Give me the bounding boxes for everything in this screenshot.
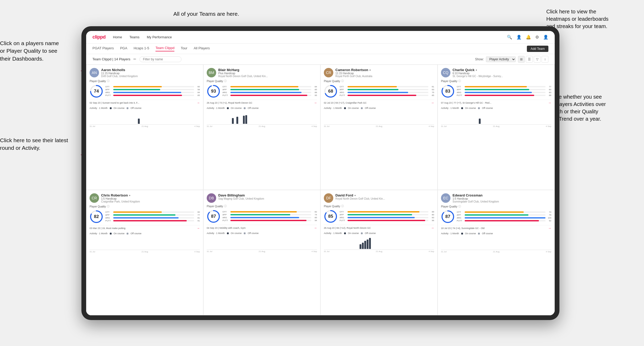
grid-view-button[interactable]: ⊞ <box>518 56 525 63</box>
latest-round[interactable]: 04 Sep 23 | Mobility with coach, Gym → <box>207 225 317 230</box>
quality-row[interactable]: 93 OTT 84 APP 85 ARG 88 PUTT <box>207 84 317 98</box>
latest-round[interactable]: 26 Aug 23 | 73 (+1), Royal North Devon G… <box>207 100 317 105</box>
latest-round[interactable]: 07 Aug 23 | 77 (+7), St George's Hill GC… <box>441 100 551 105</box>
player-card[interactable]: EC Edward Crossman 1:5 Handicap Sunningd… <box>438 190 555 315</box>
player-card[interactable]: DF David Ford● Royal North Devon Golf Cl… <box>320 190 438 315</box>
sort-button[interactable]: ↕ <box>542 56 548 63</box>
round-arrow[interactable]: → <box>314 226 317 230</box>
player-card[interactable]: CR Chris Robertson● 1:5 Handicap Craigmi… <box>86 190 203 315</box>
activity-section: Activity · 1 Month On course Off course … <box>207 232 317 253</box>
subnav-pga[interactable]: PGA <box>120 46 127 51</box>
stat-label: ARG <box>457 217 464 219</box>
settings-icon[interactable]: ⚙ <box>535 35 539 40</box>
quality-row[interactable]: 74 OTT 60 APP 58 ARG 84 PUTT <box>90 84 200 98</box>
round-arrow[interactable]: → <box>314 101 317 105</box>
round-arrow[interactable]: → <box>548 226 551 230</box>
search-input[interactable] <box>139 56 181 62</box>
score-circle[interactable]: 87 <box>207 210 220 223</box>
score-circle[interactable]: 74 <box>90 84 103 98</box>
off-course-label: Off course <box>248 107 258 109</box>
latest-round[interactable]: 18 Jul 23 | 74 (+4), Sunningdale GC - Ol… <box>441 225 551 230</box>
subnav-teamclippd[interactable]: Team Clippd <box>155 46 174 51</box>
stat-bar-bg <box>465 217 546 219</box>
info-icon: ⓘ <box>107 205 110 208</box>
list-view-button[interactable]: ☰ <box>526 56 533 63</box>
stat-row: OTT 82 <box>222 211 317 213</box>
quality-row[interactable]: 83 OTT 77 APP 80 ARG 83 PUTT <box>441 84 551 98</box>
chart-labels: 31 Jul21 Aug4 Sep <box>207 250 317 253</box>
player-card[interactable]: AN Aaron Nicholls 11:15 Handicap Drift G… <box>86 65 203 190</box>
chart-label: 31 Jul <box>90 251 95 253</box>
round-arrow[interactable]: → <box>431 101 434 105</box>
player-name[interactable]: David Ford● <box>335 193 434 197</box>
edit-icon[interactable]: ✏ <box>133 57 136 61</box>
round-arrow[interactable]: → <box>431 226 434 230</box>
activity-section: Activity · 1 Month On course Off course … <box>324 232 434 253</box>
score-circle[interactable]: 85 <box>324 210 337 223</box>
player-name[interactable]: Aaron Nicholls <box>101 68 200 72</box>
filter-button[interactable]: ▽ <box>534 56 541 63</box>
player-name[interactable]: Edward Crossman <box>453 193 551 197</box>
subnav-hcaps[interactable]: Hcaps 1-5 <box>134 46 149 51</box>
stat-value: 60 <box>195 211 200 213</box>
card-header: AN Aaron Nicholls 11:15 Handicap Drift G… <box>90 68 200 78</box>
add-team-button[interactable]: Add Team <box>527 46 548 52</box>
score-circle[interactable]: 68 <box>324 84 337 98</box>
round-arrow[interactable]: → <box>197 101 200 105</box>
score-circle[interactable]: 82 <box>90 210 103 223</box>
profile-icon[interactable]: 👤 <box>516 35 522 40</box>
stat-value: 94 <box>312 219 317 222</box>
quality-row[interactable]: 87 OTT 82 APP 74 ARG 85 PUTT <box>207 210 317 223</box>
search-icon[interactable]: 🔍 <box>507 35 512 40</box>
quality-row[interactable]: 82 OTT 60 APP 77 ARG 81 PUTT <box>90 210 200 223</box>
avatar-icon[interactable]: 👤 <box>543 35 548 40</box>
stat-bar-fill <box>347 214 412 215</box>
player-card[interactable]: CQ Charlie Quick● 6:10 Handicap St. Geor… <box>438 65 555 190</box>
activity-label: Activity · 1 Month On course Off course <box>207 232 317 235</box>
round-arrow[interactable]: → <box>548 101 551 105</box>
player-card[interactable]: BM Blair McHarg Plus Handicap Royal Nort… <box>203 65 320 190</box>
subnav-pgat[interactable]: PGAT Players <box>92 46 114 51</box>
player-name[interactable]: Blair McHarg <box>218 68 317 72</box>
player-card[interactable]: DB Dave Billingham Sag Maging Golf Club,… <box>203 190 320 315</box>
chart-label: 21 Aug <box>376 250 382 253</box>
player-avatar: BM <box>207 68 216 77</box>
stat-label: APP <box>457 214 464 216</box>
stat-label: APP <box>222 88 229 91</box>
player-name[interactable]: Dave Billingham <box>218 193 317 197</box>
nav-performance[interactable]: My Performance <box>147 35 172 39</box>
player-avatar: DB <box>207 193 216 203</box>
stat-bar-fill <box>230 89 299 90</box>
nav-teams[interactable]: Teams <box>129 35 139 39</box>
quality-row[interactable]: 68 OTT 61 APP 63 ARG 75 PUTT <box>324 84 434 98</box>
subnav-allplayers[interactable]: All Players <box>194 46 210 51</box>
card-header: CQ Charlie Quick● 6:10 Handicap St. Geor… <box>441 68 551 78</box>
nav-logo: clippd <box>92 34 106 40</box>
nav-home[interactable]: Home <box>113 35 122 39</box>
bell-icon[interactable]: 🔔 <box>526 35 531 40</box>
score-circle[interactable]: 83 <box>441 84 455 98</box>
chart-label: 4 Sep <box>194 125 200 127</box>
player-name[interactable]: Chris Robertson● <box>101 193 200 197</box>
stat-value: 74 <box>312 214 317 216</box>
chart-label: 21 Aug <box>142 125 148 127</box>
player-name[interactable]: Cameron Robertson● <box>335 68 434 72</box>
round-arrow[interactable]: → <box>197 226 200 230</box>
latest-round[interactable]: 02 Sep 23 | Sunset round to get back int… <box>90 100 200 105</box>
player-name[interactable]: Charlie Quick● <box>453 68 551 72</box>
chart-label: 31 Jul <box>441 125 446 127</box>
quality-row[interactable]: 87 OTT 73 APP 79 ARG 103 PUTT <box>441 210 551 223</box>
subnav-tour[interactable]: Tour <box>181 46 187 51</box>
score-circle[interactable]: 87 <box>441 210 455 223</box>
teams-annotation: All of your Teams are here. <box>173 10 239 18</box>
score-circle[interactable]: 93 <box>207 84 220 98</box>
latest-round[interactable]: 03 Mar 23 | 19, Must make putting → <box>90 225 200 230</box>
latest-round[interactable]: 26 Aug 23 | 84 (+12), Royal North Devon … <box>324 225 434 230</box>
quality-row[interactable]: 85 OTT 89 APP 80 ARG 83 PUTT <box>324 210 434 223</box>
player-info: Charlie Quick● 6:10 Handicap St. George'… <box>453 68 551 78</box>
player-card[interactable]: CR Cameron Robertson● 11:15 Handicap Roy… <box>320 65 438 190</box>
chart-label: 4 Sep <box>194 251 200 253</box>
latest-round[interactable]: 02 Jul 23 | 59 (+17), Craigmillar Park G… <box>324 100 434 105</box>
show-select[interactable]: Player Activity <box>486 56 516 62</box>
player-club: Drift Golf Club, United Kingdom <box>101 75 200 78</box>
